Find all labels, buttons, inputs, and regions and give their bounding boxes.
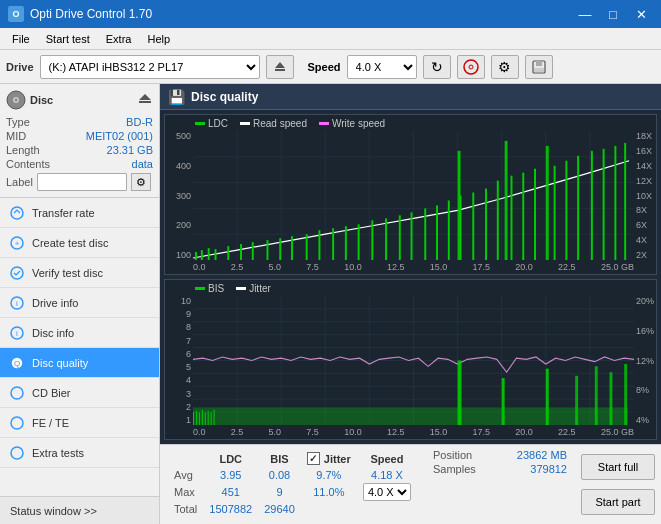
app-title: Opti Drive Control 1.70 xyxy=(30,7,152,21)
create-test-disc-icon: + xyxy=(10,236,24,250)
status-window-button[interactable]: Status window >> xyxy=(0,496,159,524)
svg-text:i: i xyxy=(16,329,18,338)
disc-contents-row: Contents data xyxy=(6,158,153,170)
max-speed-select[interactable]: 4.0 X xyxy=(357,482,417,502)
bis-legend-item: BIS xyxy=(195,283,224,294)
svg-rect-108 xyxy=(595,366,598,425)
svg-marker-10 xyxy=(139,94,151,100)
sidebar-item-drive-info[interactable]: i Drive info xyxy=(0,288,159,318)
col-bis: BIS xyxy=(258,449,301,468)
ldc-legend-item: LDC xyxy=(195,118,228,129)
svg-rect-49 xyxy=(318,230,320,260)
jitter-checkbox[interactable]: ✓ xyxy=(307,452,320,465)
sidebar-item-disc-quality[interactable]: Q Disc quality xyxy=(0,348,159,378)
disc-label-input[interactable] xyxy=(37,173,127,191)
disc-label-button[interactable]: ⚙ xyxy=(131,173,151,191)
menu-bar: File Start test Extra Help xyxy=(0,28,661,50)
ldc-chart: LDC Read speed Write speed 500 400 300 xyxy=(164,114,657,275)
svg-rect-105 xyxy=(502,378,505,425)
bis-x-axis: 0.0 2.5 5.0 7.5 10.0 12.5 15.0 17.5 20.0… xyxy=(193,427,634,437)
svg-rect-48 xyxy=(306,234,308,260)
svg-rect-46 xyxy=(279,238,281,260)
sidebar-item-extra-tests-label: Extra tests xyxy=(32,447,84,459)
ldc-x-axis: 0.0 2.5 5.0 7.5 10.0 12.5 15.0 17.5 20.0… xyxy=(193,262,634,272)
sidebar-item-create-test-disc[interactable]: + Create test disc xyxy=(0,228,159,258)
sidebar-item-verify-test-disc[interactable]: Verify test disc xyxy=(0,258,159,288)
refresh-button[interactable]: ↻ xyxy=(423,55,451,79)
speed-select[interactable]: 4.0 X xyxy=(363,483,411,501)
ldc-legend-label: LDC xyxy=(208,118,228,129)
svg-rect-58 xyxy=(436,205,438,260)
start-full-button[interactable]: Start full xyxy=(581,454,655,480)
sidebar-item-disc-info[interactable]: i Disc info xyxy=(0,318,159,348)
start-part-button[interactable]: Start part xyxy=(581,489,655,515)
sidebar-item-verify-test-disc-label: Verify test disc xyxy=(32,267,103,279)
svg-rect-53 xyxy=(371,220,373,260)
disc-quality-title: Disc quality xyxy=(191,90,258,104)
max-label: Max xyxy=(168,482,203,502)
ldc-y-axis-right: 18X 16X 14X 12X 10X 8X 6X 4X 2X xyxy=(634,131,656,260)
main-layout: Disc Type BD-R MID MEIT02 (001) Length 2… xyxy=(0,84,661,524)
svg-rect-39 xyxy=(201,250,203,260)
disc-contents-value: data xyxy=(132,158,153,170)
svg-rect-45 xyxy=(267,240,269,260)
transfer-rate-icon xyxy=(10,206,24,220)
drive-selector[interactable]: (K:) ATAPI iHBS312 2 PL17 xyxy=(40,55,260,79)
svg-rect-76 xyxy=(624,143,626,260)
svg-rect-67 xyxy=(522,173,524,260)
menu-help[interactable]: Help xyxy=(139,31,178,47)
save-button[interactable] xyxy=(525,55,553,79)
eject-button[interactable] xyxy=(266,55,294,79)
menu-file[interactable]: File xyxy=(4,31,38,47)
menu-start-test[interactable]: Start test xyxy=(38,31,98,47)
svg-rect-42 xyxy=(227,246,229,260)
svg-marker-0 xyxy=(275,62,285,68)
speed-selector[interactable]: 4.0 X xyxy=(347,55,417,79)
write-speed-legend-item: Write speed xyxy=(319,118,385,129)
svg-text:i: i xyxy=(16,299,18,308)
svg-point-15 xyxy=(11,267,23,279)
total-ldc: 1507882 xyxy=(203,502,258,516)
svg-rect-47 xyxy=(291,236,293,260)
svg-rect-109 xyxy=(610,372,613,425)
svg-rect-71 xyxy=(565,161,567,260)
col-ldc: LDC xyxy=(203,449,258,468)
maximize-button[interactable]: □ xyxy=(601,4,625,24)
left-panel: Disc Type BD-R MID MEIT02 (001) Length 2… xyxy=(0,84,160,524)
sidebar-item-fe-te[interactable]: FE / TE xyxy=(0,408,159,438)
stats-table: LDC BIS ✓ Jitter Speed xyxy=(168,449,417,516)
sidebar-item-transfer-rate[interactable]: Transfer rate xyxy=(0,198,159,228)
avg-jitter: 9.7% xyxy=(301,468,357,482)
disc-button[interactable] xyxy=(457,55,485,79)
svg-rect-6 xyxy=(534,68,544,72)
minimize-button[interactable]: — xyxy=(573,4,597,24)
svg-point-3 xyxy=(469,65,473,69)
jitter-checkbox-area: ✓ Jitter xyxy=(307,450,351,467)
samples-row: Samples 379812 xyxy=(433,463,567,475)
close-button[interactable]: ✕ xyxy=(629,4,653,24)
sidebar-item-cd-bier[interactable]: CD Bier xyxy=(0,378,159,408)
disc-info-icon: i xyxy=(10,326,24,340)
ldc-chart-svg xyxy=(193,131,634,260)
menu-extra[interactable]: Extra xyxy=(98,31,140,47)
total-label: Total xyxy=(168,502,203,516)
disc-quality-icon: Q xyxy=(10,356,24,370)
drive-info-icon: i xyxy=(10,296,24,310)
svg-rect-66 xyxy=(511,176,513,260)
col-empty xyxy=(168,449,203,468)
svg-rect-106 xyxy=(546,369,549,425)
disc-mid-row: MID MEIT02 (001) xyxy=(6,130,153,142)
read-speed-legend-dot xyxy=(240,122,250,125)
sidebar-item-disc-info-label: Disc info xyxy=(32,327,74,339)
svg-rect-104 xyxy=(458,361,462,426)
disc-label-label: Label xyxy=(6,176,33,188)
sidebar-item-create-test-disc-label: Create test disc xyxy=(32,237,108,249)
disc-contents-label: Contents xyxy=(6,158,50,170)
disc-quality-header-icon: 💾 xyxy=(168,89,185,105)
ldc-chart-legend: LDC Read speed Write speed xyxy=(195,118,385,129)
max-ldc: 451 xyxy=(203,482,258,502)
tools-button[interactable]: ⚙ xyxy=(491,55,519,79)
sidebar-item-extra-tests[interactable]: Extra tests xyxy=(0,438,159,468)
svg-rect-107 xyxy=(575,376,578,425)
svg-rect-11 xyxy=(139,101,151,103)
